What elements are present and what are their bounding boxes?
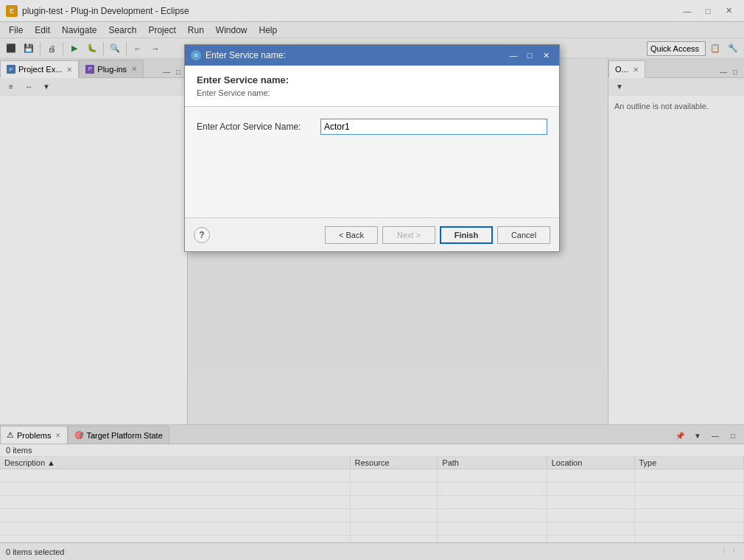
dialog-help-btn[interactable]: ? — [194, 227, 210, 243]
dialog-header-title: Enter Service name: — [197, 74, 547, 85]
finish-button[interactable]: Finish — [440, 226, 493, 244]
dialog-header: Enter Service name: Enter Service name: — [185, 66, 559, 107]
dialog-title-left: ≡ Enter Service name: — [191, 50, 286, 60]
next-button: Next > — [382, 226, 435, 244]
dialog-title-controls: — □ ✕ — [506, 49, 553, 62]
dialog-close-btn[interactable]: ✕ — [538, 49, 553, 62]
dialog-title-text: Enter Service name: — [206, 50, 286, 60]
dialog-minimize-btn[interactable]: — — [506, 49, 521, 62]
dialog-maximize-btn[interactable]: □ — [522, 49, 537, 62]
dialog-footer: ? < Back Next > Finish Cancel — [185, 217, 559, 251]
dialog-field-label: Enter Actor Service Name: — [197, 122, 315, 132]
cancel-button[interactable]: Cancel — [497, 226, 550, 244]
dialog: ≡ Enter Service name: — □ ✕ Enter Servic… — [184, 44, 560, 252]
dialog-header-subtitle: Enter Service name: — [197, 88, 547, 97]
back-button[interactable]: < Back — [325, 226, 378, 244]
dialog-overlay: ≡ Enter Service name: — □ ✕ Enter Servic… — [0, 0, 744, 560]
dialog-body: Enter Actor Service Name: — [185, 107, 559, 217]
dialog-icon: ≡ — [191, 50, 201, 60]
dialog-title-bar: ≡ Enter Service name: — □ ✕ — [185, 45, 559, 66]
dialog-field-row: Enter Actor Service Name: — [197, 119, 547, 135]
actor-service-name-input[interactable] — [320, 119, 547, 135]
